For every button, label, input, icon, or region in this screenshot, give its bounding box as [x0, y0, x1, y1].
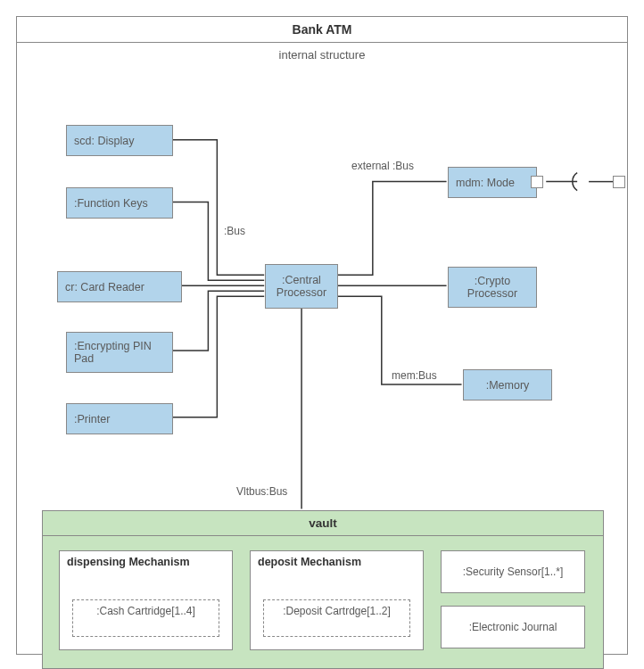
label-external-bus: external :Bus [351, 160, 414, 172]
node-label: :Memory [486, 379, 530, 392]
diagram-subtitle: internal structure [17, 43, 627, 67]
node-label: :Central Processor [273, 274, 330, 299]
node-display: scd: Display [66, 125, 173, 156]
diagram-title: Bank ATM [17, 17, 627, 43]
dispensing-mechanism: dispensing Mechanism :Cash Cartridge[1..… [59, 550, 233, 650]
node-function-keys: :Function Keys [66, 187, 173, 219]
node-card-reader: cr: Card Reader [57, 271, 182, 302]
diagram-canvas: scd: Display :Function Keys cr: Card Rea… [17, 66, 627, 654]
label-vlt-bus: Vltbus:Bus [236, 485, 287, 498]
node-crypto: :Crypto Processor [448, 267, 537, 308]
port-modem [531, 176, 543, 188]
label-bus: :Bus [224, 225, 245, 237]
node-label: scd: Display [74, 135, 134, 147]
node-label: cr: Card Reader [65, 281, 144, 293]
node-label: :Printer [74, 413, 110, 425]
inner-label: :Deposit Cartrdge[1..2] [283, 605, 391, 617]
node-memory: :Memory [463, 369, 552, 401]
box-label: :Electronic Journal [469, 621, 557, 633]
electronic-journal: :Electronic Journal [441, 606, 585, 648]
node-central-processor: :Central Processor [265, 264, 338, 309]
inner-label: :Cash Cartridge[1..4] [96, 605, 195, 617]
node-pin-pad: :Encrypting PIN Pad [66, 332, 173, 373]
security-sensor: :Security Sensor[1..*] [441, 550, 585, 593]
label-mem-bus: mem:Bus [392, 369, 437, 382]
node-label: :Encrypting PIN Pad [74, 340, 165, 365]
mech-title: dispensing Mechanism [60, 551, 232, 573]
vault-container: vault dispensing Mechanism :Cash Cartrid… [42, 510, 604, 669]
vault-title: vault [43, 511, 603, 536]
diagram-frame: Bank ATM internal structure scd: Display [16, 16, 628, 655]
node-modem: mdm: Mode [448, 167, 537, 198]
deposit-cartridge: :Deposit Cartrdge[1..2] [263, 599, 410, 637]
box-label: :Security Sensor[1..*] [463, 566, 564, 578]
node-label: :Crypto Processor [456, 275, 529, 300]
deposit-mechanism: deposit Mechanism :Deposit Cartrdge[1..2… [250, 550, 424, 650]
node-printer: :Printer [66, 403, 173, 434]
node-label: mdm: Mode [456, 177, 515, 189]
mech-title: deposit Mechanism [251, 551, 423, 573]
cash-cartridge: :Cash Cartridge[1..4] [72, 599, 219, 637]
port-external [613, 176, 625, 188]
node-label: :Function Keys [74, 197, 148, 210]
